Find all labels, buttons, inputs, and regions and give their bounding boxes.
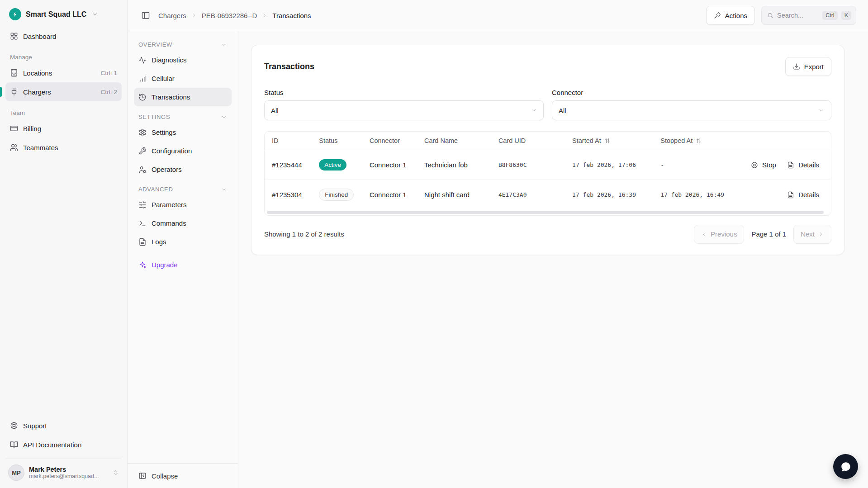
breadcrumb-current: Transactions [272, 12, 311, 19]
status-badge: Finished [319, 189, 354, 201]
filters-row: Status All Connector All [264, 89, 831, 120]
subnav-item-cellular[interactable]: Cellular [134, 69, 232, 88]
page-title: Transactions [264, 62, 314, 71]
user-menu[interactable]: MP Mark Peters mark.peters@smartsquad... [5, 459, 122, 482]
bolt-icon [12, 11, 18, 17]
breadcrumb-chargers[interactable]: Chargers [158, 12, 186, 19]
subnav-item-transactions[interactable]: Transactions [134, 88, 232, 106]
chevron-down-icon [531, 107, 537, 114]
table-footer: Showing 1 to 2 of 2 results Previous Pag… [264, 225, 831, 244]
subnav-item-configuration[interactable]: Configuration [134, 142, 232, 160]
grid-icon [10, 32, 18, 40]
connector-select[interactable]: All [552, 100, 831, 120]
cell-actions: Stop Details [739, 150, 831, 180]
chat-launcher-button[interactable] [833, 454, 858, 479]
subnav-item-operators[interactable]: Operators [134, 160, 232, 179]
sort-stopped-at-button[interactable] [696, 137, 702, 144]
subnav-item-label: Transactions [152, 93, 190, 101]
transactions-card: Transactions Export Status All [251, 45, 844, 255]
sidebar-item-billing[interactable]: Billing [5, 119, 122, 138]
subnav-item-parameters[interactable]: Parameters [134, 195, 232, 214]
panel-left-icon [141, 11, 150, 20]
connector-filter-label: Connector [552, 89, 831, 96]
plug-icon [10, 88, 18, 96]
details-button-label: Details [798, 191, 819, 199]
previous-page-button[interactable]: Previous [694, 225, 744, 244]
sidebar-item-teammates[interactable]: Teammates [5, 138, 122, 157]
sidebar-item-chargers[interactable]: Chargers Ctrl+2 [5, 82, 122, 101]
collapse-sidebar-button[interactable]: Collapse [128, 463, 238, 488]
sidebar-toggle-button[interactable] [139, 9, 152, 22]
sliders-icon [138, 201, 147, 209]
subnav-item-label: Diagnostics [152, 56, 187, 64]
subnav-item-commands[interactable]: Commands [134, 214, 232, 232]
subnav-item-diagnostics[interactable]: Diagnostics [134, 51, 232, 69]
sidebar-item-label: Dashboard [23, 33, 56, 40]
sidebar-item-locations[interactable]: Locations Ctrl+1 [5, 63, 122, 82]
user-email: mark.peters@smartsquad... [29, 473, 108, 479]
chevrons-up-down-icon [113, 469, 119, 476]
breadcrumb-charger-id[interactable]: PEB-06932286--D [202, 12, 257, 19]
column-id: ID [265, 132, 312, 150]
chevron-down-icon [221, 42, 227, 48]
cell-started-at: 17 feb 2026, 17:06 [565, 150, 653, 180]
subnav-group-settings: SETTINGS Settings Configuration Operator… [134, 111, 232, 179]
next-page-button[interactable]: Next [793, 225, 831, 244]
sidebar-item-label: Billing [23, 125, 41, 133]
group-header-advanced[interactable]: ADVANCED [134, 183, 232, 195]
subnav-item-logs[interactable]: Logs [134, 232, 232, 251]
top-header: Chargers PEB-06932286--D Transactions Ac… [128, 0, 868, 31]
scrollbar-thumb[interactable] [267, 211, 824, 214]
subnav-item-upgrade[interactable]: Upgrade [134, 256, 232, 274]
org-logo [9, 8, 21, 20]
cell-connector: Connector 1 [362, 180, 417, 210]
table-horizontal-scrollbar[interactable] [265, 210, 831, 215]
subnav-item-label: Logs [152, 238, 166, 246]
column-status: Status [312, 132, 362, 150]
status-select-value: All [271, 107, 279, 114]
panel-left-close-icon [138, 472, 147, 480]
group-label: ADVANCED [138, 186, 173, 193]
sidebar-item-label: Teammates [23, 144, 58, 152]
transactions-table-container: ID Status Connector Card Name Card UID S… [264, 131, 831, 216]
details-button[interactable]: Details [783, 187, 824, 202]
chat-bubble-icon [840, 461, 852, 473]
section-label-team: Team [10, 109, 117, 116]
pagination: Previous Page 1 of 1 Next [694, 225, 831, 244]
export-button[interactable]: Export [785, 57, 831, 76]
actions-button[interactable]: Actions [706, 6, 755, 25]
search-box[interactable]: Ctrl K [761, 6, 856, 25]
column-started-at: Started At [565, 132, 653, 150]
cell-started-at: 17 feb 2026, 16:39 [565, 180, 653, 210]
subnav-item-label: Operators [152, 166, 182, 173]
org-switcher[interactable]: Smart Squad LLC [5, 5, 122, 27]
user-meta: Mark Peters mark.peters@smartsquad... [29, 466, 108, 479]
details-button[interactable]: Details [783, 157, 824, 172]
sort-started-at-button[interactable] [604, 137, 611, 144]
cell-status: Finished [312, 180, 362, 210]
sidebar-item-dashboard[interactable]: Dashboard [5, 27, 122, 46]
group-header-overview[interactable]: OVERVIEW [134, 38, 232, 51]
status-select[interactable]: All [264, 100, 544, 120]
signal-icon [138, 75, 147, 83]
subnav-item-settings[interactable]: Settings [134, 123, 232, 142]
topbar-right: Actions Ctrl K [706, 6, 856, 25]
users-icon [10, 143, 18, 152]
sidebar-item-api-documentation[interactable]: API Documentation [5, 435, 122, 454]
subnav-item-label: Configuration [152, 147, 192, 155]
activity-icon [138, 56, 147, 64]
sidebar-item-support[interactable]: Support [5, 416, 122, 435]
cell-stopped-at: - [653, 150, 739, 180]
status-filter: Status All [264, 89, 544, 120]
results-summary: Showing 1 to 2 of 2 results [264, 230, 344, 238]
lifebuoy-icon [10, 422, 18, 430]
group-header-settings[interactable]: SETTINGS [134, 111, 232, 123]
transactions-table: ID Status Connector Card Name Card UID S… [265, 132, 831, 210]
connector-filter: Connector All [552, 89, 831, 120]
connector-select-value: All [559, 107, 566, 114]
chevron-right-icon [261, 12, 268, 19]
search-input[interactable] [777, 12, 819, 19]
charger-subnav: OVERVIEW Diagnostics Cellular Transactio… [128, 31, 238, 488]
chevron-down-icon [221, 186, 227, 193]
stop-button[interactable]: Stop [746, 157, 781, 172]
